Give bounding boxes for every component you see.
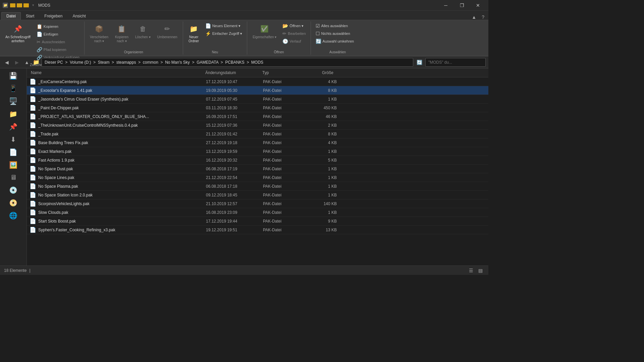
table-row[interactable]: 📄 No Space Plasma.pak 06.08.2018 17:18 P…: [27, 182, 488, 191]
file-icon: 📄: [30, 200, 36, 207]
up-button[interactable]: ▲: [23, 58, 31, 66]
file-name: No Space Station Icon 2.0.pak: [38, 193, 206, 197]
eigenschaften-button[interactable]: ✅ Eigenschaften ▾: [250, 22, 279, 40]
file-size: 1 KB: [310, 175, 337, 180]
bearbeiten-button[interactable]: ✏ Bearbeiten: [280, 30, 308, 37]
back-button[interactable]: ◀: [3, 58, 11, 66]
details-view-button[interactable]: ▤: [476, 267, 484, 274]
file-icon: 📄: [30, 192, 36, 198]
sidebar-item-8[interactable]: 🖼️: [0, 159, 26, 171]
file-icon: 📄: [30, 78, 36, 85]
kopieren-button[interactable]: 📋 Kopieren: [35, 23, 82, 30]
neuer-ordner-button[interactable]: 📁 NeuerOrdner: [186, 22, 202, 45]
file-size: 1 KB: [310, 149, 337, 154]
address-input[interactable]: [42, 58, 413, 67]
loeschen-button[interactable]: 🗑 Löschen ▾: [132, 22, 153, 40]
oeffnen-button[interactable]: 📂 Öffnen ▾: [280, 22, 308, 29]
table-row[interactable]: 📄 Start Slots Boost.pak 17.12.2019 19:44…: [27, 217, 488, 226]
file-type: PAK-Datei: [263, 228, 310, 232]
column-headers: Name Änderungsdatum Typ Größe: [27, 68, 488, 77]
table-row[interactable]: 📄 Exact Markers.pak 13.12.2019 19:59 PAK…: [27, 147, 488, 156]
auswahl-umkehren-button[interactable]: 🔄 Auswahl umkehren: [314, 38, 356, 45]
file-name: Syphen's.Faster_Cooking_Refining_x3.pak: [38, 228, 206, 232]
file-icon: 📄: [30, 157, 36, 163]
sidebar-item-11[interactable]: 📀: [0, 197, 26, 209]
table-row[interactable]: 📄 Slow Clouds.pak 16.08.2019 23:09 PAK-D…: [27, 208, 488, 217]
file-type: PAK-Datei: [263, 97, 310, 102]
ribbon-collapse-button[interactable]: ▲: [469, 14, 479, 20]
col-name-header[interactable]: Name: [30, 70, 204, 76]
kopieren-nach-button[interactable]: 📋 Kopierennach ▾: [112, 22, 131, 45]
help-button[interactable]: ?: [479, 14, 487, 20]
anheften-button[interactable]: 📌 An Schnellzugriffanheften: [3, 22, 33, 45]
table-row[interactable]: 📄 _TheUnknownUnit.CruiseControlMNSSynthe…: [27, 121, 488, 130]
ribbon-section-zwischenablage: 📌 An Schnellzugriffanheften 📋 Kopieren 📄…: [0, 21, 85, 55]
umbenennen-button[interactable]: ✏ Umbenennen: [155, 22, 180, 40]
file-name: _PROJECT_ATLAS_WATER_COLORS_ONLY_BLUE_SH…: [38, 114, 206, 119]
file-date: 21.12.2019 22:54: [206, 175, 263, 180]
table-row[interactable]: 📄 Base Building Trees Fix.pak 27.12.2019…: [27, 138, 488, 147]
table-row[interactable]: 📄 _Trade.pak 21.12.2019 01:42 PAK-Datei …: [27, 130, 488, 138]
list-view-button[interactable]: ☰: [467, 267, 475, 274]
table-row[interactable]: 📄 _ExoCameraCentering.pak 17.12.2019 10:…: [27, 77, 488, 86]
file-size: 4 KB: [310, 79, 337, 84]
sidebar-item-10[interactable]: 💿: [0, 184, 26, 196]
maximize-button[interactable]: ❐: [454, 0, 470, 11]
file-size: 4 KB: [310, 140, 337, 145]
alles-auswaehlen-button[interactable]: ☑ Alles auswählen: [314, 22, 356, 29]
table-row[interactable]: 📄 _Paint De-Chipper.pak 03.11.2019 18:30…: [27, 104, 488, 112]
sidebar-item-3[interactable]: 🖥️: [0, 95, 26, 107]
refresh-button[interactable]: 🔄: [415, 58, 423, 66]
table-row[interactable]: 📄 No Space Station Icon 2.0.pak 09.12.20…: [27, 191, 488, 199]
pfad-kopieren-button[interactable]: 🔗 Pfad kopieren: [35, 46, 82, 53]
close-button[interactable]: ✕: [470, 0, 486, 11]
table-row[interactable]: 📄 _Exosolar's Expanse 1.41.pak 19.09.201…: [27, 86, 488, 95]
einfuegen-button[interactable]: 📄 Einfügen: [35, 31, 82, 38]
col-date-header[interactable]: Änderungsdatum: [204, 70, 261, 76]
nichts-auswaehlen-button[interactable]: ☐ Nichts auswählen: [314, 30, 356, 37]
table-row[interactable]: 📄 Syphen's.Faster_Cooking_Refining_x3.pa…: [27, 226, 488, 234]
file-pane: Name Änderungsdatum Typ Größe 📄 _ExoCame…: [27, 68, 488, 265]
tab-ansicht[interactable]: Ansicht: [67, 12, 91, 20]
einfacher-zugriff-button[interactable]: ⚡ Einfacher Zugriff ▾: [203, 30, 245, 37]
new-element-icon: 📄: [205, 23, 211, 28]
file-type: PAK-Datei: [263, 193, 310, 197]
file-date: 19.09.2019 05:30: [206, 88, 263, 93]
sidebar-icon-9: 🖥: [10, 174, 17, 181]
forward-button[interactable]: ▶: [13, 58, 21, 66]
auswaehlen-label: Auswählen: [314, 50, 362, 54]
table-row[interactable]: 📄 No Space Lines.pak 21.12.2019 22:54 PA…: [27, 173, 488, 182]
ausschneiden-button[interactable]: ✂ Ausschneiden: [35, 38, 82, 46]
path-arrow: 📁: [33, 59, 40, 65]
verlauf-button[interactable]: 🕒 Verlauf: [280, 38, 308, 45]
history-icon: 🕒: [282, 39, 288, 44]
file-name: _Exosolar's Expanse 1.41.pak: [38, 88, 206, 93]
verschieben-button[interactable]: 📦 Verschiebennach ▾: [87, 22, 111, 45]
col-type-header[interactable]: Typ: [261, 70, 308, 76]
sidebar-item-1[interactable]: 💾: [0, 70, 26, 82]
table-row[interactable]: 📄 ScorpinosVehiclesLights.pak 21.10.2019…: [27, 199, 488, 208]
rename-icon: ✏: [162, 23, 173, 34]
search-input[interactable]: [425, 58, 486, 67]
file-name: ScorpinosVehiclesLights.pak: [38, 201, 206, 206]
sidebar-item-4[interactable]: 📁: [0, 108, 26, 120]
sidebar-item-9[interactable]: 🖥: [0, 172, 26, 183]
sidebar-item-12[interactable]: 🌐: [0, 209, 26, 222]
col-size-header[interactable]: Größe: [308, 70, 335, 76]
file-date: 07.12.2019 07:45: [206, 97, 263, 102]
file-type: PAK-Datei: [263, 114, 310, 119]
tab-freigeben[interactable]: Freigeben: [39, 12, 67, 20]
table-row[interactable]: 📄 _Jasondude's Cirrus Cloud Eraser (Synt…: [27, 95, 488, 104]
file-size: 2 KB: [310, 123, 337, 128]
sidebar-item-5[interactable]: 📌: [0, 121, 26, 133]
table-row[interactable]: 📄 No Space Dust.pak 06.08.2018 17:19 PAK…: [27, 165, 488, 173]
neues-element-button[interactable]: 📄 Neues Element ▾: [203, 22, 245, 29]
table-row[interactable]: 📄 Fast Actions 1.9.pak 16.12.2019 20:32 …: [27, 156, 488, 165]
tab-start[interactable]: Start: [21, 12, 39, 20]
sidebar-item-2[interactable]: 📱: [0, 82, 26, 95]
minimize-button[interactable]: ─: [438, 0, 453, 11]
sidebar-item-7[interactable]: 📄: [0, 146, 26, 158]
tab-datei[interactable]: Datei: [1, 12, 21, 20]
table-row[interactable]: 📄 _PROJECT_ATLAS_WATER_COLORS_ONLY_BLUE_…: [27, 112, 488, 121]
sidebar-item-6[interactable]: ⬇: [0, 133, 26, 145]
